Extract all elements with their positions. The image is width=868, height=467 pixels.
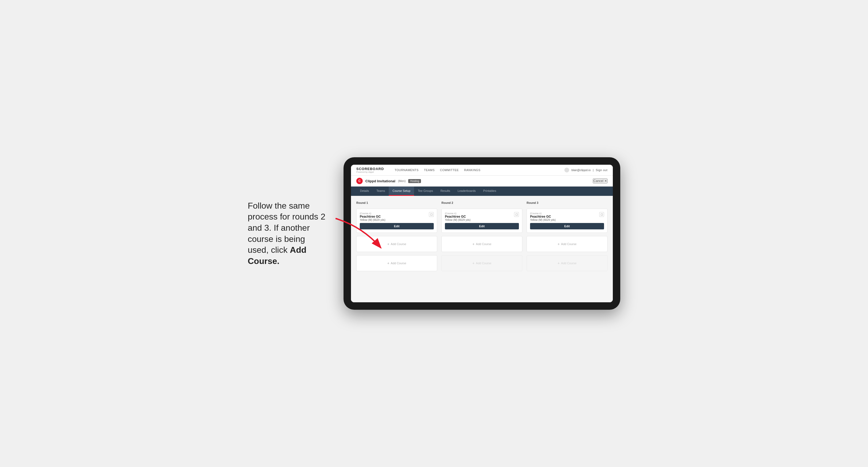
- plus-icon-6: +: [557, 261, 560, 265]
- tab-results[interactable]: Results: [437, 187, 454, 196]
- course-label-3: (Course A): [530, 212, 556, 215]
- tab-details[interactable]: Details: [356, 187, 373, 196]
- plus-icon-4: +: [472, 261, 474, 265]
- hosting-badge: Hosting: [408, 179, 421, 183]
- nav-tournaments[interactable]: TOURNAMENTS: [395, 168, 418, 172]
- tablet-screen: SCOREBOARD Powered by clippd TOURNAMENTS…: [351, 165, 613, 302]
- round-1-edit-button[interactable]: Edit: [360, 223, 434, 229]
- round-2-column: Round 2 (Course A) Peachtree GC Yellow (…: [441, 201, 522, 271]
- tab-course-setup[interactable]: Course Setup: [389, 187, 414, 196]
- round-1-label: Round 1: [356, 201, 437, 205]
- plus-icon-2: +: [387, 261, 389, 265]
- tab-tee-groups[interactable]: Tee Groups: [414, 187, 437, 196]
- nav-rankings[interactable]: RANKINGS: [464, 168, 480, 172]
- course-card-header-3: (Course A) Peachtree GC Yellow (M) (6629…: [530, 212, 604, 221]
- tournament-name: Clippd Invitational: [365, 179, 395, 183]
- round-3-column: Round 3 (Course A) Peachtree GC Yellow (…: [527, 201, 608, 271]
- top-nav-links: TOURNAMENTS TEAMS COMMITTEE RANKINGS: [395, 168, 558, 172]
- course-tee: Yellow (M) (6629 yds): [360, 218, 385, 221]
- course-label: (Course A): [360, 212, 385, 215]
- course-name-2: Peachtree GC: [445, 215, 470, 218]
- plus-icon-3: +: [472, 242, 474, 246]
- tab-bar: Details Teams Course Setup Tee Groups Re…: [351, 187, 613, 196]
- add-course-label-6: Add Course: [561, 261, 577, 265]
- round-1-column: Round 1 (Course A) Peachtree GC Yellow (…: [356, 201, 437, 271]
- instruction-bold: Add Course.: [248, 245, 306, 266]
- course-name: Peachtree GC: [360, 215, 385, 218]
- cancel-button[interactable]: Cancel ✕: [593, 179, 608, 183]
- sub-header-left: C Clippd Invitational (Men) Hosting: [356, 178, 421, 184]
- course-name-3: Peachtree GC: [530, 215, 556, 218]
- scoreboard-logo: SCOREBOARD Powered by clippd: [356, 167, 384, 173]
- logo-sub: Powered by clippd: [356, 171, 384, 173]
- add-course-label-2: Add Course: [391, 261, 406, 265]
- add-course-label-3: Add Course: [476, 242, 492, 246]
- top-nav: SCOREBOARD Powered by clippd TOURNAMENTS…: [351, 165, 613, 176]
- user-avatar: [564, 168, 569, 173]
- round-3-label: Round 3: [527, 201, 608, 205]
- course-card-header: (Course A) Peachtree GC Yellow (M) (6629…: [360, 212, 434, 221]
- round-2-delete-btn[interactable]: ☐: [514, 212, 519, 217]
- tab-teams[interactable]: Teams: [373, 187, 389, 196]
- course-info: (Course A) Peachtree GC Yellow (M) (6629…: [360, 212, 385, 221]
- course-label-2: (Course A): [445, 212, 470, 215]
- gender-badge: (Men): [398, 179, 406, 183]
- clippd-logo: C: [356, 178, 363, 184]
- round-3-course-card: (Course A) Peachtree GC Yellow (M) (6629…: [527, 209, 608, 233]
- instruction-text: Follow the same process for rounds 2 and…: [248, 200, 328, 267]
- tab-leaderboards[interactable]: Leaderboards: [454, 187, 479, 196]
- logo-title: SCOREBOARD: [356, 167, 384, 171]
- round-3-add-course-2: + Add Course: [527, 255, 608, 271]
- round-1-add-course-2[interactable]: + Add Course: [356, 255, 437, 271]
- tab-printables[interactable]: Printables: [479, 187, 500, 196]
- nav-committee[interactable]: COMMITTEE: [440, 168, 459, 172]
- round-2-add-course-1[interactable]: + Add Course: [441, 236, 522, 252]
- course-info-2: (Course A) Peachtree GC Yellow (M) (6629…: [445, 212, 470, 221]
- rounds-grid: Round 1 (Course A) Peachtree GC Yellow (…: [356, 201, 608, 271]
- course-card-header-2: (Course A) Peachtree GC Yellow (M) (6629…: [445, 212, 519, 221]
- page-wrapper: Follow the same process for rounds 2 and…: [248, 157, 620, 310]
- course-tee-3: Yellow (M) (6629 yds): [530, 218, 556, 221]
- round-2-label: Round 2: [441, 201, 522, 205]
- course-tee-2: Yellow (M) (6629 yds): [445, 218, 470, 221]
- add-course-label-1: Add Course: [391, 242, 406, 246]
- round-1-delete-btn[interactable]: ☐: [429, 212, 434, 217]
- add-course-label-4: Add Course: [476, 261, 492, 265]
- round-2-add-course-2: + Add Course: [441, 255, 522, 271]
- course-info-3: (Course A) Peachtree GC Yellow (M) (6629…: [530, 212, 556, 221]
- round-2-course-card: (Course A) Peachtree GC Yellow (M) (6629…: [441, 209, 522, 233]
- nav-teams[interactable]: TEAMS: [424, 168, 435, 172]
- separator: |: [593, 168, 594, 172]
- tablet-frame: SCOREBOARD Powered by clippd TOURNAMENTS…: [344, 157, 620, 310]
- round-3-delete-btn[interactable]: ☐: [599, 212, 604, 217]
- content-area: Round 1 (Course A) Peachtree GC Yellow (…: [351, 196, 613, 302]
- plus-icon-1: +: [387, 242, 389, 246]
- top-nav-right: blair@clippd.io | Sign out: [564, 168, 608, 173]
- round-3-add-course-1[interactable]: + Add Course: [527, 236, 608, 252]
- round-3-edit-button[interactable]: Edit: [530, 223, 604, 229]
- sub-header: C Clippd Invitational (Men) Hosting Canc…: [351, 176, 613, 187]
- add-course-label-5: Add Course: [561, 242, 577, 246]
- round-1-course-card: (Course A) Peachtree GC Yellow (M) (6629…: [356, 209, 437, 233]
- round-1-add-course-1[interactable]: + Add Course: [356, 236, 437, 252]
- plus-icon-5: +: [557, 242, 560, 246]
- sign-out-link[interactable]: Sign out: [596, 168, 608, 172]
- user-email: blair@clippd.io: [571, 168, 590, 172]
- round-2-edit-button[interactable]: Edit: [445, 223, 519, 229]
